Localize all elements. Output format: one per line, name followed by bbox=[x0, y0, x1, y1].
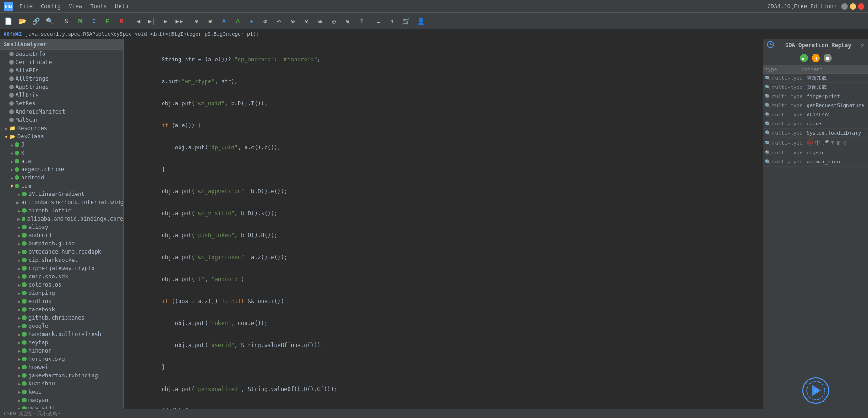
tree-item-allapis[interactable]: AllAPIs bbox=[0, 66, 123, 75]
tree-item-alipay[interactable]: ▶ alipay bbox=[0, 223, 123, 231]
tree-item-androidmanifest[interactable]: AndroidManifest bbox=[0, 108, 123, 116]
toolbar-forward[interactable]: ▶ bbox=[159, 15, 172, 27]
toolbar-cloud[interactable]: ☁ bbox=[372, 15, 385, 27]
toolbar-b7[interactable]: ∞ bbox=[273, 15, 285, 27]
tree-item-kuaishou[interactable]: ▶ kuaishou bbox=[0, 380, 123, 388]
tree-item-actionbar[interactable]: ▶ actionbarsherlock.internal.widget bbox=[0, 198, 123, 206]
menu-view[interactable]: View bbox=[65, 2, 86, 11]
tree-item-facebook[interactable]: ▶ facebook bbox=[0, 305, 123, 314]
close-right-panel-btn[interactable]: ✕ bbox=[861, 42, 864, 49]
action-trash-icon[interactable]: 🗑 bbox=[836, 140, 841, 146]
toolbar-b3[interactable]: A bbox=[218, 15, 230, 27]
toolbar-b5[interactable]: ◈ bbox=[245, 15, 258, 27]
minimize-btn[interactable] bbox=[841, 3, 848, 10]
tree-item-bytedance[interactable]: ▶ bytedance.hume.readapk bbox=[0, 248, 123, 256]
action-mic-icon[interactable]: 🎤 bbox=[822, 140, 829, 146]
tree-item-cmic[interactable]: ▶ cmic.sso.sdk bbox=[0, 272, 123, 281]
tree-item-cipher[interactable]: ▶ ciphergateway.crypto bbox=[0, 264, 123, 272]
tree-item-resources[interactable]: ▶ 📁 Resources bbox=[0, 124, 123, 132]
toolbar-b9[interactable]: ⊙ bbox=[300, 15, 313, 27]
toolbar-forward-step[interactable]: ▶| bbox=[146, 15, 158, 27]
tree-item-appstrings[interactable]: AppStrings bbox=[0, 83, 123, 91]
replay-row-8[interactable]: 🔍 multi-type Ⓢ 中 🎤 ⊞ 🗑 ⚙ bbox=[763, 138, 868, 148]
toolbar-b12[interactable]: ⊕ bbox=[341, 15, 354, 27]
tree-item-refres[interactable]: RefRes bbox=[0, 99, 123, 108]
toolbar-b10[interactable]: ⊞ bbox=[314, 15, 327, 27]
tree-item-maoyan[interactable]: ▶ maoyan bbox=[0, 396, 123, 404]
tree-item-airbnb[interactable]: ▶ airbnb.lottie bbox=[0, 206, 123, 215]
tree-item-alibaba[interactable]: ▶ alibaba.android.bindingx.core bbox=[0, 215, 123, 223]
tree-item-allstrings[interactable]: AllStrings bbox=[0, 75, 123, 83]
tree-item-com[interactable]: ▼ com bbox=[0, 182, 123, 190]
action-table-icon[interactable]: ⊞ bbox=[831, 140, 834, 146]
replay-row-7[interactable]: 🔍 multi-type System.loadLibrary bbox=[763, 129, 868, 138]
tree-item-aegeon[interactable]: ▶ aegeon.chrome bbox=[0, 165, 123, 174]
code-panel[interactable]: String str = (a.e())? "dp_android": "mta… bbox=[124, 39, 763, 418]
menu-file[interactable]: File bbox=[16, 2, 36, 11]
tree-item-google[interactable]: ▶ google bbox=[0, 322, 123, 330]
replay-row-10[interactable]: 🔍 multi-type waimai_sign bbox=[763, 157, 868, 167]
action-zh-icon[interactable]: 中 bbox=[815, 139, 820, 147]
tree-item-heytap[interactable]: ▶ heytap bbox=[0, 338, 123, 347]
menu-help[interactable]: Help bbox=[111, 2, 132, 11]
tree-item-cip[interactable]: ▶ cip.sharksocket bbox=[0, 256, 123, 264]
replay-row-1[interactable]: 🔍 multi-type 重新加载 bbox=[763, 74, 868, 83]
tree-item-jakewharton[interactable]: ▶ jakewharton.rxbinding bbox=[0, 371, 123, 380]
toolbar-help[interactable]: ? bbox=[355, 15, 368, 27]
toolbar-new[interactable]: 📄 bbox=[2, 15, 15, 27]
tree-item-bv[interactable]: ▶ BV.LinearGradient bbox=[0, 190, 123, 198]
tree-item-malscan[interactable]: MalScan bbox=[0, 116, 123, 124]
menu-config[interactable]: Config bbox=[37, 2, 64, 11]
toolbar-b11[interactable]: ◎ bbox=[328, 15, 340, 27]
tree-item-certificate[interactable]: Certificate bbox=[0, 58, 123, 66]
maximize-btn[interactable] bbox=[850, 3, 856, 10]
tree-item-basicinfo[interactable]: BasicInfo bbox=[0, 50, 123, 58]
tree-item-dexclass[interactable]: ▼ 📂 DexClass bbox=[0, 132, 123, 141]
toolbar-f[interactable]: F bbox=[101, 15, 114, 27]
tree-item-handmark[interactable]: ▶ handmark.pulltorefresh bbox=[0, 330, 123, 338]
replay-row-4[interactable]: 🔍 multi-type getRequestSignature bbox=[763, 101, 868, 110]
replay-row-2[interactable]: 🔍 multi-type 页面加载 bbox=[763, 83, 868, 92]
toolbar-b1[interactable]: ⊕ bbox=[190, 15, 203, 27]
tree-item-alluris[interactable]: AllUris bbox=[0, 91, 123, 99]
toolbar-c[interactable]: C bbox=[87, 15, 100, 27]
tree-item-coloros[interactable]: ▶ coloros.os bbox=[0, 281, 123, 289]
close-btn[interactable] bbox=[858, 3, 864, 10]
tree-item-k[interactable]: ▶ K bbox=[0, 149, 123, 157]
replay-pause-btn[interactable]: ⏸ bbox=[812, 54, 820, 62]
tree-item-hihonor[interactable]: ▶ hihonor bbox=[0, 347, 123, 355]
toolbar-b6[interactable]: ⊛ bbox=[259, 15, 272, 27]
toolbar-m[interactable]: M bbox=[74, 15, 87, 27]
toolbar-open[interactable]: 📂 bbox=[16, 15, 28, 27]
toolbar-user[interactable]: 👤 bbox=[414, 15, 427, 27]
toolbar-b2[interactable]: ⊕ bbox=[204, 15, 217, 27]
tree-item-aa[interactable]: ▶ a.a bbox=[0, 157, 123, 165]
tree-item-bumptech[interactable]: ▶ bumptech.glide bbox=[0, 239, 123, 248]
tree-item-horcrux[interactable]: ▶ horcrux.svg bbox=[0, 355, 123, 363]
tree-item-huawei[interactable]: ▶ huawei bbox=[0, 363, 123, 371]
action-s-icon[interactable]: Ⓢ bbox=[807, 139, 813, 147]
toolbar-upload[interactable]: ⬆ bbox=[386, 15, 399, 27]
toolbar-shop[interactable]: 🛒 bbox=[399, 15, 412, 27]
replay-row-9[interactable]: 🔍 multi-type mtgsig bbox=[763, 148, 868, 157]
tree-item-github[interactable]: ▶ github.chrisbanes bbox=[0, 314, 123, 322]
tree-item-android[interactable]: ▶ android bbox=[0, 174, 123, 182]
tree-item-j[interactable]: ▶ J bbox=[0, 141, 123, 149]
toolbar-search[interactable]: 🔍 bbox=[43, 15, 56, 27]
tree-item-android2[interactable]: ▶ android bbox=[0, 231, 123, 239]
replay-row-3[interactable]: 🔍 multi-type fingerprint bbox=[763, 92, 868, 101]
toolbar-s[interactable]: S bbox=[60, 15, 73, 27]
tree-item-kwai[interactable]: ▶ kwai bbox=[0, 388, 123, 396]
menu-tools[interactable]: Tools bbox=[87, 2, 110, 11]
replay-play-btn[interactable]: ▶ bbox=[800, 54, 808, 62]
toolbar-fast-forward[interactable]: ▶▶ bbox=[173, 15, 186, 27]
toolbar-back[interactable]: ◀ bbox=[132, 15, 145, 27]
tree-item-dianping[interactable]: ▶ dianping bbox=[0, 289, 123, 297]
toolbar-link[interactable]: 🔗 bbox=[29, 15, 42, 27]
replay-row-6[interactable]: 🔍 multi-type main3 bbox=[763, 119, 868, 129]
action-settings-icon[interactable]: ⚙ bbox=[843, 140, 846, 146]
toolbar-r[interactable]: R bbox=[115, 15, 128, 27]
toolbar-b8[interactable]: ⊗ bbox=[286, 15, 299, 27]
replay-row-5[interactable]: 🔍 multi-type AC14E4A5 bbox=[763, 110, 868, 119]
tree-item-eidlink[interactable]: ▶ eidlink bbox=[0, 297, 123, 305]
